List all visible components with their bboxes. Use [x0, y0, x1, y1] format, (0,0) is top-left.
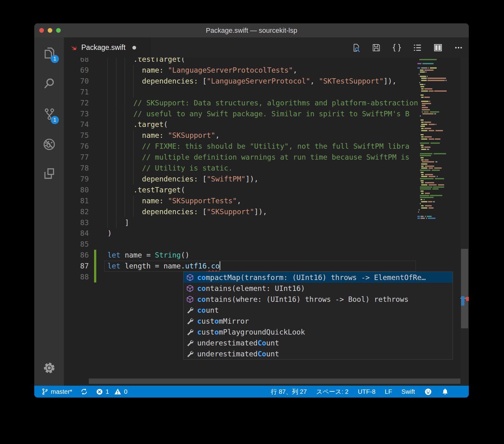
vertical-scrollbar-thumb[interactable]	[461, 249, 468, 328]
code-line[interactable]: .testTarget(	[107, 58, 185, 65]
horizontal-scrollbar-thumb[interactable]	[89, 379, 460, 384]
code-line[interactable]: let name = String()	[107, 250, 189, 261]
code-line[interactable]: // useful to any Swift package. Similar …	[107, 109, 409, 119]
line-number: 86	[64, 250, 89, 261]
branch-indicator[interactable]: master*	[41, 388, 72, 395]
notifications-bell-icon[interactable]	[441, 388, 449, 395]
minimap-bar	[435, 161, 437, 162]
code-token: .testTarget	[133, 58, 181, 63]
minimap-bar	[421, 124, 427, 125]
problems-indicator[interactable]: 1 0	[96, 388, 127, 395]
minimap-bar	[421, 122, 424, 123]
settings-button[interactable]	[34, 356, 64, 380]
code-line[interactable]: // multiple definition warnings at run t…	[107, 152, 409, 163]
minimap-bar	[421, 199, 422, 200]
minimap-bar	[421, 147, 424, 148]
code-line[interactable]: // SKSupport: Data structures, algorithm…	[107, 98, 418, 109]
bug-disabled-icon	[42, 137, 56, 152]
split-editor-icon[interactable]	[433, 43, 443, 52]
suggestion-item[interactable]: underestimatedCount	[183, 348, 453, 359]
source-control-badge: 1	[51, 116, 59, 124]
feedback-smiley-icon[interactable]	[424, 388, 432, 396]
minimap-bar	[422, 103, 431, 104]
braces-icon[interactable]	[392, 43, 402, 52]
code-line[interactable]: // FIXME: this should be "Utility", not …	[107, 141, 409, 152]
line-number: 74	[64, 119, 89, 130]
minimap-bar	[434, 167, 442, 169]
language-indicator[interactable]: Swift	[402, 388, 415, 395]
minimap-bar	[421, 174, 424, 175]
suggestion-item[interactable]: count	[183, 305, 453, 316]
minimap-bar	[422, 63, 434, 64]
code-line[interactable]: // Utility is static.	[107, 163, 233, 174]
sync-button[interactable]	[80, 388, 88, 395]
suggestion-item[interactable]: contains(where: (UInt16) throws -> Bool)…	[183, 294, 453, 305]
line-number: 69	[64, 65, 89, 76]
code-token: "SKSupport"	[207, 208, 254, 216]
encoding-indicator[interactable]: UTF-8	[358, 388, 376, 395]
code-line[interactable]: dependencies: ["SKSupport"]),	[107, 206, 267, 217]
code-token: ]),	[245, 175, 259, 183]
code-line[interactable]: dependencies: ["LanguageServerProtocol",…	[107, 76, 397, 87]
code-token: (	[181, 58, 185, 63]
sidebar-item-extensions[interactable]	[34, 162, 64, 186]
code-line[interactable]: let length = name.utf16.co	[107, 261, 220, 272]
zoom-window-button[interactable]	[56, 28, 61, 33]
vertical-scrollbar[interactable]	[460, 58, 469, 386]
line-number: 73	[64, 109, 89, 119]
suggestion-item[interactable]: underestimatedCount	[183, 337, 453, 348]
code-token: (	[181, 186, 185, 194]
eol-indicator[interactable]: LF	[385, 388, 392, 395]
minimap-bar	[429, 138, 434, 140]
sidebar-item-explorer[interactable]: 1	[34, 41, 64, 65]
minimap-bar	[421, 163, 427, 165]
search-file-icon[interactable]	[351, 43, 360, 52]
tab-bar: Package.swift	[64, 37, 469, 58]
minimap-bar	[422, 113, 434, 114]
minimap-bar	[421, 86, 424, 87]
more-actions-icon[interactable]	[454, 43, 463, 52]
code-line[interactable]: .testTarget(	[107, 185, 185, 195]
code-line[interactable]: name: "LanguageServerProtocolTests",	[107, 65, 297, 76]
outline-icon[interactable]	[413, 43, 422, 52]
code-line[interactable]: .target(	[107, 119, 168, 130]
minimap-bar	[421, 145, 424, 146]
line-number: 79	[64, 174, 89, 185]
sidebar-item-search[interactable]	[34, 72, 64, 95]
code-line[interactable]: ]	[107, 217, 129, 228]
sidebar-item-debug[interactable]	[34, 133, 64, 156]
code-line[interactable]: name: "SKSupportTests",	[107, 195, 241, 206]
code-editor[interactable]: 6869707172737475767778798081828384858687…	[64, 58, 469, 386]
minimap-bar	[421, 184, 427, 186]
indentation-indicator[interactable]: スペース: 2	[316, 388, 349, 396]
suggestion-item[interactable]: customMirror	[183, 316, 453, 326]
suggest-widget: compactMap(transform: (UInt16) throws ->…	[183, 272, 453, 360]
editor-actions	[351, 37, 463, 58]
code-token: ,	[293, 66, 297, 74]
code-line[interactable]: dependencies: ["SwiftPM"]),	[107, 174, 259, 185]
minimap[interactable]	[417, 58, 460, 232]
suggestion-item[interactable]: contains(element: UInt16)	[183, 283, 453, 294]
suggestion-item[interactable]: compactMap(transform: (UInt16) throws ->…	[183, 272, 453, 283]
minimap-bar	[428, 201, 432, 202]
suggestion-label: customMirror	[197, 317, 249, 325]
error-icon	[96, 388, 103, 395]
minimap-bar	[428, 218, 435, 219]
cursor-position[interactable]: 行 87、列 27	[271, 388, 307, 396]
minimap-bar	[421, 88, 424, 89]
save-icon[interactable]	[372, 43, 381, 52]
tab-package-swift[interactable]: Package.swift	[64, 37, 151, 58]
close-window-button[interactable]	[39, 28, 44, 33]
minimap-bar	[425, 205, 432, 206]
suggestion-item[interactable]: customPlaygroundQuickLook	[183, 326, 453, 337]
minimap-bar	[432, 170, 440, 171]
minimap-bar	[421, 94, 424, 96]
code-line[interactable]: name: "SKSupport",	[107, 130, 220, 141]
title-bar[interactable]: Package.swift — sourcekit-lsp	[34, 23, 469, 37]
sidebar-item-source-control[interactable]: 1	[34, 102, 64, 126]
warning-count: 0	[124, 388, 127, 395]
line-number: 77	[64, 152, 89, 163]
code-token: utf16	[185, 262, 207, 270]
code-line[interactable]: )	[107, 228, 112, 239]
minimize-window-button[interactable]	[48, 28, 52, 33]
